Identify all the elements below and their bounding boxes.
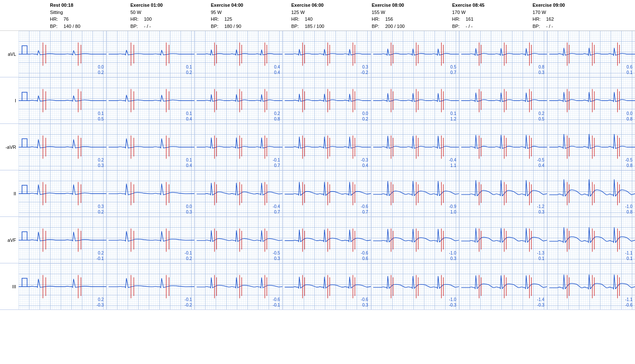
strip-III-col1: -0.1-0.2 — [107, 263, 195, 309]
lead-label-aVL: aVL — [0, 52, 19, 57]
val2: 0.3 — [450, 256, 456, 261]
col-sub-2: 95 W — [211, 9, 222, 16]
val2: 0.8 — [627, 210, 632, 214]
strip-aVL-col6: 0.60.1 — [547, 31, 635, 77]
col-sub-4: 155 W — [372, 9, 385, 16]
bp-key-2: BP: — [211, 23, 223, 30]
val1: -0.1 — [273, 158, 280, 162]
values-aVF-col5: -1.30.1 — [537, 250, 544, 261]
strip-III-col4: -1.0-0.3 — [371, 263, 459, 309]
header-col-3: Exercise 06:00 125 W HR: 140 BP: 185 / 1… — [291, 2, 372, 30]
val1: -1.1 — [625, 297, 632, 302]
values-I-col4: 0.11.2 — [450, 111, 456, 122]
bp-val-4: 200 / 100 — [385, 23, 405, 30]
val1: -0.4 — [273, 204, 280, 209]
bp-key-1: BP: — [130, 23, 142, 30]
values-aVF-col0: 0.2-0.1 — [97, 250, 104, 261]
strip-aVL-col0: 0.00.2 — [19, 31, 107, 77]
val2: 0.2 — [98, 70, 104, 75]
values-aVF-col1: -0.10.2 — [185, 250, 192, 261]
values-III-col2: -0.6-0.1 — [273, 297, 280, 308]
strip-I-col5: 0.20.5 — [459, 77, 547, 123]
val2: 0.2 — [98, 210, 104, 214]
strip-aVF-col3: -0.60.6 — [283, 217, 371, 263]
col-title-6: Exercise 09:00 — [533, 2, 565, 9]
strip-III-col0: 0.2-0.3 — [19, 263, 107, 309]
values-I-col2: 0.20.8 — [274, 111, 280, 122]
val1: -1.4 — [537, 297, 544, 302]
strip-II-col4: -0.91.0 — [371, 170, 459, 216]
values-aVF-col4: -1.00.3 — [449, 250, 456, 261]
strip-I-col3: 0.00.2 — [283, 77, 371, 123]
bp-val-2: 180 / 90 — [224, 23, 241, 30]
val1: 0.2 — [98, 158, 104, 162]
val1: 0.1 — [186, 111, 192, 116]
val1: -0.3 — [361, 158, 368, 162]
hr-key-2: HR: — [211, 16, 223, 23]
val2: -0.1 — [97, 256, 104, 261]
val1: -0.4 — [449, 158, 456, 162]
bp-val-0: 140 / 80 — [64, 23, 80, 30]
header-col-6: Exercise 09:00 170 W HR: 162 BP: - / - — [533, 2, 613, 30]
strip-aVF-col5: -1.30.1 — [459, 217, 547, 263]
val2: 0.4 — [362, 163, 368, 168]
val2: 0.3 — [186, 210, 192, 214]
val2: 0.8 — [274, 117, 280, 121]
header-col-0: Rest 00:18 Sitting HR: 76 BP: 140 / 80 — [50, 2, 130, 30]
val1: 0.0 — [98, 65, 104, 69]
values-aVF-col3: -0.60.6 — [361, 250, 368, 261]
bp-val-3: 185 / 100 — [305, 23, 324, 30]
col-sub-3: 125 W — [291, 9, 305, 16]
values-I-col3: 0.00.2 — [362, 111, 368, 122]
val2: 0.8 — [627, 117, 632, 121]
val2: 0.3 — [98, 163, 104, 168]
hr-val-5: 161 — [466, 16, 473, 23]
val2: -0.1 — [273, 303, 280, 307]
val1: 0.3 — [98, 204, 104, 209]
val2: 0.7 — [274, 163, 280, 168]
values-aVF-col6: -1.10.1 — [625, 250, 632, 261]
val2: 0.4 — [186, 117, 192, 121]
lead-strips-II: 0.30.2 0.00.3 -0.40.7 -0.60.7 -0.91.0 — [19, 170, 635, 216]
val2: 0.5 — [538, 117, 544, 121]
val2: -0.2 — [361, 70, 368, 75]
lead-label--aVR: -aVR — [0, 145, 19, 150]
header-col-5: Exercise 08:45 170 W HR: 161 BP: - / - — [452, 2, 533, 30]
val1: -0.9 — [449, 204, 456, 209]
strip-I-col6: 0.00.8 — [547, 77, 635, 123]
strip-aVF-col1: -0.10.2 — [107, 217, 195, 263]
col-title-2: Exercise 04:00 — [211, 2, 243, 9]
values-II-col1: 0.00.3 — [186, 204, 192, 215]
lead-label-II: II — [0, 191, 19, 196]
lead-row-II: II 0.30.2 0.00.3 -0.40.7 -0.60.7 -0 — [0, 170, 635, 217]
col-sub-1: 50 W — [130, 9, 141, 16]
val2: 0.2 — [186, 256, 192, 261]
strip-II-col6: -1.00.8 — [547, 170, 635, 216]
val2: 0.3 — [538, 70, 544, 75]
val2: 0.7 — [450, 70, 456, 75]
header-labels — [3, 2, 50, 30]
values-II-col2: -0.40.7 — [273, 204, 280, 215]
values-aVL-col2: 0.40.4 — [274, 64, 280, 75]
values--aVR-col4: -0.41.1 — [449, 157, 456, 168]
values-aVL-col3: 0.3-0.2 — [361, 64, 368, 75]
values-II-col0: 0.30.2 — [98, 204, 104, 215]
values--aVR-col0: 0.20.3 — [98, 157, 104, 168]
val1: -0.6 — [361, 251, 368, 255]
strip-I-col0: 0.10.5 — [19, 77, 107, 123]
values-I-col5: 0.20.5 — [538, 111, 544, 122]
val1: -0.6 — [361, 204, 368, 209]
lead-row--aVR: -aVR 0.20.3 0.10.4 -0.10.7 -0.30.4 — [0, 124, 635, 170]
val1: 0.2 — [98, 297, 104, 302]
strip-II-col2: -0.40.7 — [195, 170, 283, 216]
strip--aVR-col5: -0.50.4 — [459, 124, 547, 170]
bp-val-1: - / - — [144, 23, 151, 30]
col-title-3: Exercise 06:00 — [291, 2, 323, 9]
val2: 0.2 — [186, 70, 192, 75]
col-sub-0: Sitting — [50, 9, 63, 16]
strip-I-col4: 0.11.2 — [371, 77, 459, 123]
val2: 0.6 — [362, 256, 368, 261]
lead-label-I: I — [0, 98, 19, 103]
val1: -1.1 — [625, 251, 632, 255]
val1: 0.3 — [362, 65, 368, 69]
